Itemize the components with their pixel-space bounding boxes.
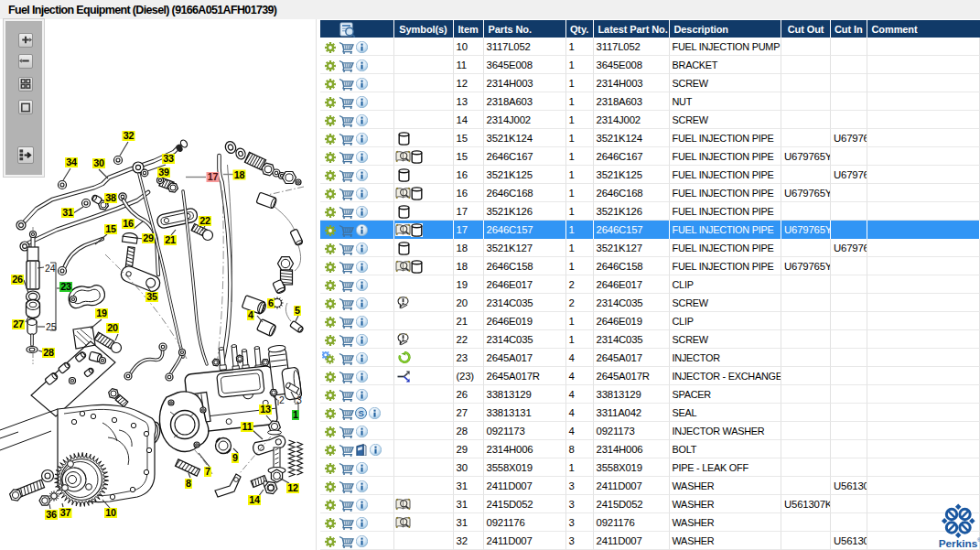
svg-text:36: 36	[46, 509, 57, 520]
svg-text:7: 7	[205, 466, 210, 477]
svg-text:20: 20	[107, 322, 118, 333]
svg-text:35: 35	[146, 291, 157, 302]
svg-text:24: 24	[45, 263, 56, 274]
svg-text:31: 31	[62, 207, 73, 218]
svg-text:39: 39	[158, 167, 169, 178]
svg-text:16: 16	[123, 218, 134, 229]
svg-text:10: 10	[105, 507, 116, 518]
svg-text:19: 19	[96, 307, 107, 318]
svg-text:6: 6	[268, 297, 274, 308]
svg-text:18: 18	[234, 169, 245, 180]
svg-text:26: 26	[12, 274, 23, 285]
svg-text:21: 21	[165, 234, 176, 245]
svg-text:2: 2	[279, 394, 285, 405]
svg-text:34: 34	[66, 156, 77, 167]
svg-text:33: 33	[163, 153, 174, 164]
svg-text:11: 11	[242, 421, 253, 432]
svg-text:12: 12	[287, 482, 298, 493]
svg-text:14: 14	[249, 494, 260, 505]
svg-text:23: 23	[60, 281, 71, 292]
svg-text:22: 22	[199, 215, 210, 226]
svg-text:3: 3	[296, 394, 302, 405]
svg-text:9: 9	[232, 452, 238, 463]
svg-text:25: 25	[46, 321, 57, 332]
svg-text:32: 32	[124, 130, 135, 141]
svg-text:38: 38	[105, 192, 116, 203]
svg-text:30: 30	[93, 157, 104, 168]
svg-text:28: 28	[43, 347, 54, 358]
svg-text:8: 8	[186, 478, 191, 489]
svg-text:1: 1	[293, 409, 298, 420]
svg-text:15: 15	[105, 223, 116, 234]
svg-text:17: 17	[208, 171, 219, 182]
svg-text:27: 27	[13, 318, 24, 329]
svg-text:5: 5	[295, 305, 300, 316]
svg-text:37: 37	[60, 507, 71, 518]
svg-text:29: 29	[143, 232, 154, 243]
svg-text:4: 4	[248, 309, 253, 320]
svg-text:13: 13	[260, 404, 271, 415]
